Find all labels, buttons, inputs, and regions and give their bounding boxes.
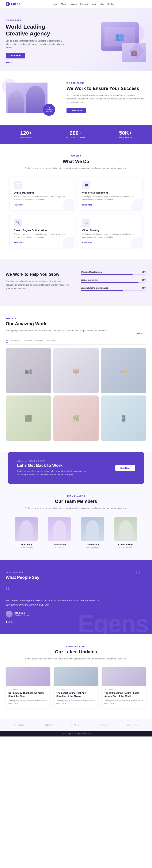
team-photo-0	[15, 517, 38, 541]
blog-title-0: Our Strategy That Lets the Arrow Shoot t…	[8, 691, 48, 698]
about-image-area: 23 Years in theBusiness	[6, 83, 59, 113]
service-card-1: 💻 Website Development Sed ut perspiciati…	[78, 177, 143, 211]
stat-label: Total Countries	[20, 136, 32, 138]
blog-description: Sed ut perspiciatis unde omnis iste natu…	[6, 657, 146, 660]
footer-text: © 2020 Egens. All Rights Reserved.	[61, 733, 91, 735]
team-member-role-1: Art Director	[44, 547, 74, 549]
cta-description: Sed ut perspiciatis unde omnis iste natu…	[17, 469, 89, 476]
portfolio-filter: AllWeb DesignIllustrationMarketingPhotog…	[6, 340, 146, 345]
testimonial-title: What People Say	[6, 575, 116, 580]
client-logo-0: AIRCEL	[14, 723, 25, 726]
progress-label-0: Website Development 79%	[81, 271, 146, 273]
service-read-more-3[interactable]: Read More	[82, 241, 92, 244]
client-logo-2: FORTIVE	[69, 723, 82, 726]
blog-title: Our Latest Updates	[6, 649, 146, 655]
team-member-name-2: John Pretty	[78, 543, 108, 546]
services-section: SERVICE What We Do Sed ut perspiciatis u…	[0, 144, 152, 259]
stat-divider	[102, 130, 102, 138]
nav-link-service[interactable]: Service	[70, 3, 77, 5]
team-photo-3	[114, 517, 137, 541]
stat-number: 200+	[66, 130, 85, 136]
progress-label-1: Digital Marketing 88%	[81, 279, 146, 281]
nav-link-about[interactable]: About	[61, 3, 66, 5]
portfolio-filter-web-design[interactable]: Web Design	[11, 340, 21, 343]
nav-link-portfolio[interactable]: Portfolio	[80, 3, 88, 5]
progress-skill-2: Search Engine Optimization	[81, 287, 109, 289]
blog-card-2[interactable]: 18 November 2020 Top 100 Inspiring Natur…	[102, 667, 146, 708]
portfolio-filter-marketing[interactable]: Marketing	[35, 340, 43, 343]
about-description: Sed ut perspiciatis unde omnis iste natu…	[66, 94, 146, 104]
nav-link-blog[interactable]: Blog	[100, 3, 104, 5]
blog-card-1[interactable]: 24 November 2020 The Secret Sauna That A…	[54, 667, 98, 708]
portfolio-filter-photography[interactable]: Photography	[46, 340, 57, 343]
testimonial-dot-1[interactable]	[8, 621, 10, 623]
testimonial-dot-2[interactable]	[11, 621, 12, 623]
portfolio-item-4[interactable]: 🌿	[53, 396, 99, 441]
about-cta-button[interactable]: Learn More	[66, 107, 86, 113]
logo-icon: E	[6, 2, 10, 6]
years-label: Years in theBusiness	[44, 109, 53, 113]
nav-link-contact[interactable]: Contact	[108, 3, 115, 5]
service-description-1: Sed ut perspiciatis unde omnis iste natu…	[82, 195, 138, 202]
cta-button[interactable]: Start Now!	[115, 465, 135, 471]
portfolio-tag: PORTFOLIO	[6, 317, 108, 319]
testimonial-section: TESTIMONIALS What People Say " Sed do ei…	[0, 560, 152, 634]
team-card-3: Cathern Betts UI/UX Designer	[111, 517, 141, 549]
portfolio-item-1[interactable]: 📦	[53, 348, 99, 393]
hero-dot-inactive[interactable]	[10, 62, 12, 63]
blog-body-1: 24 November 2020 The Secret Sauna That A…	[54, 686, 98, 708]
nav-links: HomeAboutServicePortfolioTeamBlogContact	[52, 3, 115, 5]
portfolio-header-left: PORTFOLIO Our Amazing Work Sed ut perspi…	[6, 317, 108, 336]
team-card-2: John Pretty Web Developer	[78, 517, 108, 549]
nav-link-home[interactable]: Home	[52, 3, 57, 5]
portfolio-filter-all[interactable]: All	[6, 340, 8, 343]
stats-bar: 120+Total Countries200+Worldwide Compani…	[0, 125, 152, 144]
hero-title: World Leading Creative Agency	[6, 23, 66, 37]
clients-bar: AIRCELPluscertFORTIVEPIONEERCulturix	[0, 719, 152, 731]
nav-logo[interactable]: E Egens	[6, 2, 20, 6]
portfolio-item-3[interactable]: ⬛	[6, 396, 51, 441]
service-read-more-1[interactable]: Read More	[82, 204, 92, 206]
progress-percent-2: 65%	[142, 287, 146, 289]
blog-excerpt-1: Sed ut perspiciatis unde omnis iste natu…	[56, 699, 96, 705]
portfolio-filter-illustration[interactable]: Illustration	[24, 340, 32, 343]
blog-card-0[interactable]: 29 November 2020 Our Strategy That Lets …	[6, 667, 50, 708]
portfolio-item-5[interactable]: 📱	[101, 396, 146, 441]
nav-link-team[interactable]: Team	[91, 3, 96, 5]
testimonial-tag: TESTIMONIALS	[6, 571, 116, 574]
team-header: TEAM PLAYERS Our Team Members Sed ut per…	[6, 495, 146, 510]
blog-excerpt-0: Sed ut perspiciatis unde omnis iste natu…	[8, 699, 48, 705]
blog-date-2: 18 November 2020	[104, 689, 144, 690]
hero-dot-active[interactable]	[6, 62, 9, 63]
service-read-more-0[interactable]: Read More	[14, 204, 24, 206]
stat-divider	[49, 130, 50, 138]
author-role: Freelance Member	[14, 614, 30, 616]
service-read-more-2[interactable]: Read More	[14, 241, 24, 244]
portfolio-item-0[interactable]: 📷	[6, 348, 51, 393]
portfolio-item-inner-4: 🌿	[53, 396, 99, 441]
portfolio-item-2[interactable]: 🚁	[101, 348, 146, 393]
stat-item-2: 50K+Yearly Revenue	[119, 130, 132, 138]
progress-item-1: Digital Marketing 88%	[81, 279, 146, 283]
team-tag: TEAM PLAYERS	[6, 495, 146, 497]
hero-images: 👥 💼	[74, 20, 146, 62]
portfolio-view-all-button[interactable]: View All	[132, 331, 146, 336]
team-member-role-0: CEO & Founder	[11, 547, 41, 549]
portfolio-description: Sed ut perspiciatis unde omnis iste natu…	[6, 329, 108, 333]
progress-percent-1: 88%	[142, 279, 146, 281]
service-icon-2: 🔍	[14, 219, 22, 226]
service-icon-0: 📊	[14, 181, 22, 189]
client-logo-4: Culturix	[127, 723, 138, 726]
about-title: We Work to Ensure Your Success	[66, 86, 146, 91]
team-photo-1	[48, 517, 71, 541]
team-card-0: Jonet Holly CEO & Founder	[11, 517, 41, 549]
portfolio-item-inner-5: 📱	[101, 396, 146, 441]
service-description-0: Sed ut perspiciatis unde omnis iste natu…	[14, 195, 70, 202]
logo-text: Egens	[11, 2, 20, 6]
navbar: E Egens HomeAboutServicePortfolioTeamBlo…	[0, 0, 152, 8]
testimonial-dot-0[interactable]	[6, 621, 7, 623]
hero-cta-button[interactable]: Learn More	[6, 53, 25, 58]
team-grid: Jonet Holly CEO & Founder Jenny Allen Ar…	[11, 517, 141, 549]
about-content: WE ARE EGENS We Work to Ensure Your Succ…	[66, 82, 146, 113]
hero-section: WE ARE EGENS World Leading Creative Agen…	[0, 8, 152, 71]
